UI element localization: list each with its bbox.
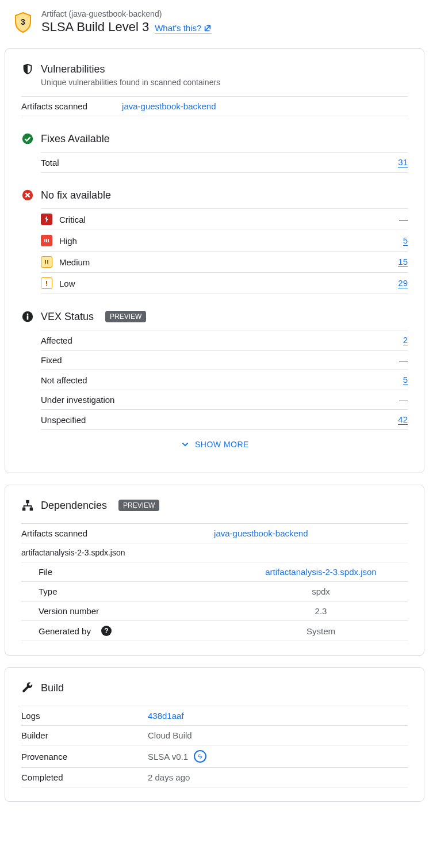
info-circle-icon xyxy=(21,310,34,323)
vex-label: Fixed xyxy=(41,355,62,365)
build-label: Completed xyxy=(21,772,148,782)
vex-count[interactable]: 5 xyxy=(403,375,408,385)
no-fix-title: No fix available xyxy=(41,189,111,201)
dep-row: Version number2.3 xyxy=(21,601,408,620)
artifacts-scanned-label: Artifacts scanned xyxy=(21,101,87,111)
build-row: Logs438d1aaf xyxy=(21,706,408,725)
dep-row: Typespdx xyxy=(21,581,408,601)
svg-rect-13 xyxy=(26,500,29,504)
dep-value[interactable]: artifactanalysis-2-3.spdx.json xyxy=(265,567,376,577)
preview-badge: PREVIEW xyxy=(105,311,146,322)
fixes-available-title: Fixes Available xyxy=(41,133,110,145)
slsa-shield-icon: 3 xyxy=(14,12,32,33)
severity-label: Medium xyxy=(59,257,90,267)
vulnerabilities-card: Vulnerabilities Unique vulnerabilities f… xyxy=(5,48,424,473)
vex-label: Under investigation xyxy=(41,395,114,405)
total-value-link[interactable]: 31 xyxy=(398,157,408,167)
dep-label: Generated by? xyxy=(21,626,234,636)
vex-row: Not affected5 xyxy=(41,370,408,390)
dep-label: Version number xyxy=(21,606,234,616)
severity-row: Critical— xyxy=(41,208,408,230)
svg-point-11 xyxy=(27,313,29,315)
svg-rect-9 xyxy=(46,285,47,286)
preview-badge: PREVIEW xyxy=(118,500,159,511)
svg-rect-8 xyxy=(46,281,47,284)
build-row: ProvenanceSLSA v0.1 xyxy=(21,745,408,767)
dep-value: System xyxy=(307,626,335,636)
low-severity-icon xyxy=(41,277,52,289)
svg-rect-14 xyxy=(22,508,26,511)
svg-rect-7 xyxy=(47,260,48,264)
svg-rect-5 xyxy=(48,239,49,242)
dep-row: Generated by?System xyxy=(21,620,408,641)
vex-row: Affected2 xyxy=(41,330,408,350)
build-label: Builder xyxy=(21,730,148,740)
vex-count[interactable]: 42 xyxy=(398,414,408,425)
vex-count[interactable]: 2 xyxy=(403,335,408,345)
build-value[interactable]: 438d1aaf xyxy=(148,711,184,721)
svg-rect-4 xyxy=(46,239,47,242)
dependencies-card: Dependencies PREVIEW Artifacts scanned j… xyxy=(5,485,424,656)
wrench-icon xyxy=(21,682,34,694)
critical-severity-icon xyxy=(41,214,52,225)
build-value: SLSA v0.1 xyxy=(148,752,188,762)
vex-row: Under investigation— xyxy=(41,390,408,409)
dep-label: File xyxy=(21,567,234,577)
dep-artifacts-label: Artifacts scanned xyxy=(21,528,87,538)
vex-status-title: VEX Status xyxy=(41,311,94,323)
build-value: Cloud Build xyxy=(148,730,192,740)
hierarchy-icon xyxy=(21,499,34,512)
vex-row: Unspecified42 xyxy=(41,409,408,430)
severity-label: High xyxy=(59,236,77,246)
build-label: Logs xyxy=(21,711,148,721)
dep-file-header: artifactanalysis-2-3.spdx.json xyxy=(21,543,408,562)
link-icon[interactable] xyxy=(194,750,206,763)
vulnerabilities-title: Vulnerabilities xyxy=(41,63,105,75)
vex-label: Not affected xyxy=(41,375,87,385)
severity-count[interactable]: 29 xyxy=(398,278,408,288)
show-more-button[interactable]: SHOW MORE xyxy=(21,430,408,454)
dep-row: Fileartifactanalysis-2-3.spdx.json xyxy=(21,562,408,581)
error-circle-icon xyxy=(21,189,34,201)
svg-point-1 xyxy=(22,134,33,144)
build-value: 2 days ago xyxy=(148,772,190,782)
severity-row: High5 xyxy=(41,230,408,251)
dep-value: spdx xyxy=(312,587,330,596)
svg-rect-15 xyxy=(30,508,33,511)
build-card: Build Logs438d1aafBuilderCloud BuildProv… xyxy=(5,667,424,802)
svg-rect-12 xyxy=(27,315,29,319)
dependencies-title: Dependencies xyxy=(41,500,107,512)
severity-count[interactable]: 5 xyxy=(403,235,408,246)
svg-rect-3 xyxy=(44,239,45,242)
build-row: Completed2 days ago xyxy=(21,767,408,787)
vex-count: — xyxy=(399,355,408,365)
check-circle-icon xyxy=(21,132,34,145)
external-link-icon xyxy=(204,24,212,32)
medium-severity-icon xyxy=(41,256,52,268)
severity-label: Critical xyxy=(59,215,86,224)
vex-label: Unspecified xyxy=(41,415,86,425)
severity-count[interactable]: 15 xyxy=(398,257,408,267)
dep-artifacts-link[interactable]: java-guestbook-backend xyxy=(214,528,308,538)
whats-this-link[interactable]: What's this? xyxy=(155,23,212,33)
svg-text:3: 3 xyxy=(21,17,25,26)
page-header: 3 Artifact (java-guestbook-backend) SLSA… xyxy=(5,5,424,48)
dep-value: 2.3 xyxy=(315,606,327,616)
help-icon[interactable]: ? xyxy=(101,626,112,636)
high-severity-icon xyxy=(41,235,52,246)
shield-icon xyxy=(21,63,34,75)
artifact-label: Artifact (java-guestbook-backend) xyxy=(41,9,212,18)
chevron-down-icon xyxy=(180,439,190,450)
artifacts-scanned-link[interactable]: java-guestbook-backend xyxy=(122,101,216,111)
severity-count: — xyxy=(399,215,408,224)
vex-row: Fixed— xyxy=(41,350,408,370)
svg-rect-6 xyxy=(45,260,46,264)
severity-label: Low xyxy=(59,279,75,288)
total-label: Total xyxy=(41,158,59,167)
severity-row: Low29 xyxy=(41,272,408,294)
vulnerabilities-subtitle: Unique vulnerabilities found in scanned … xyxy=(41,78,408,87)
build-title: Build xyxy=(41,682,64,694)
severity-row: Medium15 xyxy=(41,251,408,272)
vex-label: Affected xyxy=(41,336,72,345)
page-title: SLSA Build Level 3 xyxy=(41,20,149,35)
